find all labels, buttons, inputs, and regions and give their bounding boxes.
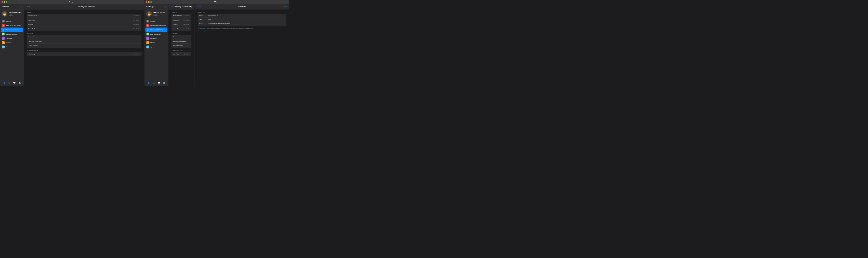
privacy-group-left: Blocked Users 77 users › Last Seen Every… [27, 13, 142, 31]
sidebar-header-right: Settings Edit [145, 4, 168, 9]
language-chevron-left: › [22, 38, 22, 39]
settings-icon-left[interactable]: ⚙️ [18, 81, 22, 85]
voice-calls-row-left[interactable]: Voice Calls Everybody [27, 27, 142, 31]
general-label-left: General [6, 20, 22, 22]
mtproto-content: CONNECTION Server proxy.mtproto.co Port … [194, 9, 289, 86]
content-title-left: Privacy and Security [78, 6, 95, 8]
privacy-icon-left: 🔒 [2, 28, 5, 31]
privacy-group-right: Blocked Users 77 users › Last Seen Every… [172, 13, 191, 31]
settings-icon-right[interactable]: ⚙️ [162, 81, 166, 85]
contacts-icon-left[interactable]: 👤 [2, 81, 6, 85]
content-title-right: Privacy and Security [175, 6, 192, 8]
last-seen-row-right[interactable]: Last Seen Everybody [172, 18, 191, 23]
content-body-right: PRIVACY Blocked Users 77 users › Last Se… [168, 9, 194, 86]
two-step-row-left[interactable]: Two-Step Verification [27, 39, 142, 44]
sidebar-item-notifications-left[interactable]: 🔔 Notifications and Sounds › [0, 23, 24, 28]
mtproto-back-button[interactable]: ‹ Back [197, 6, 200, 8]
edit-button-right[interactable]: Edit [164, 6, 166, 8]
privacy-chevron-right: › [166, 29, 166, 31]
profile-chevron-right: › [166, 13, 166, 15]
active-sessions-row-right[interactable]: Active Sessions [172, 43, 191, 48]
active-sessions-label-left: Active Sessions [28, 45, 140, 46]
sidebar-item-appearance-left[interactable]: 🎨 Appearance › [0, 45, 24, 49]
passcode-row-right[interactable]: Passcode [172, 35, 191, 39]
minimize-button-left[interactable] [4, 1, 5, 3]
maximize-button-left[interactable] [6, 1, 7, 3]
last-seen-value-right: Everybody [183, 20, 189, 21]
active-sessions-row-left[interactable]: Active Sessions [27, 43, 142, 48]
sidebar-item-language-left[interactable]: 🌐 Language › [0, 36, 24, 41]
titlebar-right: Telegram [145, 0, 289, 4]
profile-chevron-left: › [22, 13, 22, 15]
content-body-left: PRIVACY Blocked Users 77 users › Last Se… [24, 9, 145, 86]
traffic-lights-right [146, 1, 152, 3]
done-button[interactable]: Done [284, 6, 287, 8]
chats-icon-left[interactable]: 💬 [12, 81, 17, 85]
chats-icon-right[interactable]: 💬 [157, 81, 161, 85]
sidebar-bottom-left: 👤 📞 💬 ⚙️ [0, 80, 24, 86]
secret-value: 1111222233334444455555666677778888 [209, 23, 230, 25]
appearance-label-right: Appearance [150, 46, 166, 48]
back-chevron-left: ‹ [26, 6, 27, 8]
use-proxy-label-left: Use Proxy [29, 53, 134, 55]
sidebar-item-language-right[interactable]: 🌐 Language › [145, 36, 168, 41]
stickers-icon-right: ✨ [146, 41, 149, 44]
groups-row-right[interactable]: Groups Everybody [172, 23, 191, 27]
back-button-right[interactable]: ‹ Back [170, 6, 175, 8]
share-proxy-link[interactable]: Share proxy link [197, 30, 286, 32]
profile-username-left: @inc8877 [9, 15, 22, 16]
use-proxy-row-left[interactable]: Use Proxy Disabled [27, 52, 142, 56]
sidebar-item-general-left[interactable]: ⚙️ General › [0, 19, 24, 23]
sidebar-item-general-right[interactable]: ⚙️ General › [145, 19, 168, 23]
last-seen-label-left: Last Seen [28, 20, 133, 21]
profile-username-right: @inc8877 [153, 15, 166, 16]
minimize-button-right[interactable] [148, 1, 150, 3]
avatar-right: 🤠 [146, 11, 152, 16]
sidebar-item-datastorage-right[interactable]: 📊 Data and Storage › [145, 32, 168, 36]
groups-row-left[interactable]: Groups Everybody [27, 23, 142, 27]
active-sessions-label-right: Active Sessions [173, 45, 190, 46]
passcode-row-left[interactable]: Passcode [27, 35, 142, 39]
profile-section-right[interactable]: 🤠 Vladimir Bozhko Phone @inc8877 › [145, 9, 168, 18]
stickers-label-right: Stickers [150, 42, 166, 43]
two-step-row-right[interactable]: Two-Step Verification [172, 39, 191, 44]
notifications-icon-right: 🔔 [146, 24, 149, 27]
mtproto-note: The proxy may display a sponsored channe… [197, 28, 286, 29]
edit-button-left[interactable]: Edit [20, 6, 22, 8]
blocked-users-value-right: 77 users [184, 15, 189, 16]
right-window: Telegram Settings Edit 🤠 Vladimir Bozhko… [145, 0, 289, 86]
profile-phone-left: Phone [9, 13, 22, 15]
notifications-chevron-right: › [166, 25, 166, 26]
back-label-right: Back [172, 6, 175, 8]
profile-section-left[interactable]: 🤠 Vladimir Bozhko Phone @inc8877 › [0, 9, 24, 18]
sidebar-item-privacy-right[interactable]: 🔒 Privacy and Security › [145, 28, 167, 32]
sidebar-item-stickers-right[interactable]: ✨ Stickers › [145, 40, 168, 45]
sidebar-item-privacy-left[interactable]: 🔒 Privacy and Security › [1, 28, 23, 32]
contacts-icon-right[interactable]: 👤 [147, 81, 151, 85]
last-seen-row-left[interactable]: Last Seen Everybody [27, 18, 142, 23]
back-chevron-right: ‹ [170, 6, 171, 8]
sidebar-item-appearance-right[interactable]: 🎨 Appearance › [145, 45, 168, 49]
window-title-right: Telegram [214, 1, 220, 3]
profile-info-right: Vladimir Bozhko Phone @inc8877 [153, 11, 166, 16]
sidebar-item-stickers-left[interactable]: ✨ Stickers › [0, 40, 24, 45]
sidebar-nav-left: ⚙️ General › 🔔 Notifications and Sounds … [0, 18, 24, 80]
maximize-button-right[interactable] [150, 1, 152, 3]
port-row: Port 443 [197, 18, 286, 22]
back-button-left[interactable]: ‹ Back [26, 6, 30, 8]
use-proxy-row-right[interactable]: Use Proxy Disabled [172, 52, 191, 56]
sidebar-item-notifications-right[interactable]: 🔔 Notifications and Sounds › [145, 23, 168, 28]
blocked-users-row-left[interactable]: Blocked Users 77 users › [27, 13, 142, 18]
calls-icon-right[interactable]: 📞 [152, 81, 156, 85]
close-button-right[interactable] [146, 1, 148, 3]
notifications-label-left: Notifications and Sounds [6, 25, 22, 26]
sidebar-item-datastorage-left[interactable]: 📊 Data and Storage › [0, 32, 24, 36]
blocked-users-row-right[interactable]: Blocked Users 77 users › [172, 13, 191, 18]
sidebar-title-left: Settings [2, 5, 9, 8]
mtproto-panel-container: ‹ Back MTPROTO Done CONNECTION Server pr… [194, 4, 289, 86]
content-header-right: ‹ Back Privacy and Security [168, 4, 194, 9]
privacy-label-left: Privacy and Security [6, 29, 22, 31]
voice-calls-row-right[interactable]: Voice Calls Everybody [172, 27, 191, 31]
calls-icon-left[interactable]: 📞 [7, 81, 11, 85]
close-button-left[interactable] [2, 1, 3, 3]
